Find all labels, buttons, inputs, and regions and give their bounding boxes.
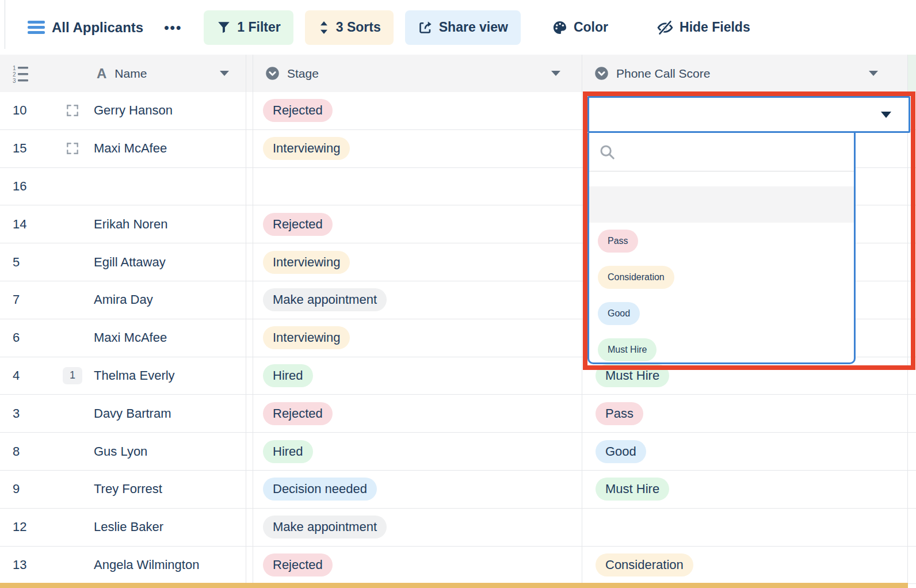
phone-score-cell[interactable]: Consideration (582, 547, 908, 584)
name-cell[interactable] (87, 168, 246, 205)
name-cell[interactable]: Angela Wilmington (87, 547, 246, 584)
phone-score-cell-editor[interactable] (587, 96, 910, 133)
single-select-icon (265, 66, 280, 81)
select-pill: Rejected (263, 402, 333, 425)
select-pill: Must Hire (596, 364, 669, 387)
select-pill: Rejected (263, 99, 333, 122)
dropdown-option[interactable]: Must Hire (589, 331, 854, 364)
grid-view-app: All Applicants ••• 1 Filter 3 Sorts Shar… (0, 0, 916, 588)
dropdown-empty-option[interactable] (589, 186, 854, 223)
column-divider[interactable] (246, 55, 246, 584)
svg-text:3: 3 (13, 78, 16, 83)
stage-cell[interactable] (253, 168, 582, 205)
row-meta (58, 319, 87, 357)
select-dropdown: PassConsiderationGoodMust Hire (587, 133, 856, 364)
stage-cell[interactable]: Hired (253, 433, 582, 470)
phone-score-column-header[interactable]: Phone Call Score (582, 55, 908, 92)
view-title: All Applicants (52, 20, 143, 36)
stage-column-header[interactable]: Stage (253, 55, 582, 92)
select-pill: Make appointment (263, 516, 387, 539)
select-pill: Pass (598, 230, 638, 253)
text-field-icon: A (97, 66, 106, 82)
row-meta[interactable]: 1 (58, 357, 87, 395)
select-pill: Rejected (263, 213, 333, 236)
select-pill: Hired (263, 440, 313, 463)
stage-cell[interactable]: Rejected (253, 205, 582, 243)
view-more-menu[interactable]: ••• (164, 20, 182, 36)
phone-score-cell[interactable] (582, 509, 908, 546)
toolbar: All Applicants ••• 1 Filter 3 Sorts Shar… (0, 0, 916, 56)
phone-score-cell[interactable]: Good (582, 433, 908, 470)
stage-cell[interactable]: Decision needed (253, 471, 582, 508)
horizontal-scrollbar[interactable] (0, 583, 908, 588)
name-cell[interactable]: Maxi McAfee (87, 319, 246, 357)
chevron-down-icon[interactable] (881, 112, 891, 118)
phone-score-cell[interactable]: Must Hire (582, 471, 908, 508)
stage-cell[interactable]: Hired (253, 357, 582, 395)
row-meta (58, 168, 87, 205)
single-select-icon (594, 66, 609, 81)
name-cell[interactable]: Amira Day (87, 281, 246, 319)
name-cell[interactable]: Maxi McAfee (87, 130, 246, 167)
name-cell[interactable]: Trey Forrest (87, 471, 246, 508)
stage-cell[interactable]: Rejected (253, 547, 582, 584)
stage-cell[interactable]: Rejected (253, 92, 582, 129)
stage-cell[interactable]: Interviewing (253, 130, 582, 167)
stage-cell[interactable]: Interviewing (253, 243, 582, 281)
row-meta[interactable] (58, 130, 87, 167)
row-meta (58, 205, 87, 243)
name-column-header[interactable]: A Name (87, 55, 246, 92)
stage-column-label: Stage (287, 67, 319, 81)
row-meta[interactable] (58, 92, 87, 129)
select-pill: Decision needed (263, 478, 377, 501)
name-cell[interactable]: Egill Attaway (87, 243, 246, 281)
search-icon (598, 143, 616, 161)
select-pill: Interviewing (263, 326, 350, 349)
row-meta (58, 471, 87, 508)
svg-text:2: 2 (13, 71, 16, 78)
chevron-down-icon[interactable] (220, 71, 229, 76)
dropdown-search-input[interactable] (624, 140, 846, 164)
name-cell[interactable]: Gerry Hanson (87, 92, 246, 129)
view-switcher[interactable]: All Applicants (28, 20, 143, 36)
phone-score-column-label: Phone Call Score (616, 67, 710, 81)
name-cell[interactable]: Thelma Everly (87, 357, 246, 395)
filter-funnel-icon (216, 20, 231, 35)
share-view-button[interactable]: Share view (405, 10, 521, 45)
row-number: 16 (0, 168, 58, 205)
chevron-down-icon[interactable] (869, 71, 878, 76)
phone-score-cell[interactable]: Pass (582, 395, 908, 432)
stage-cell[interactable]: Interviewing (253, 319, 582, 357)
next-column-sliver (907, 55, 916, 92)
name-cell[interactable]: Leslie Baker (87, 509, 246, 546)
expand-record-icon (66, 104, 79, 117)
stage-cell[interactable]: Make appointment (253, 281, 582, 319)
select-pill: Pass (596, 402, 643, 425)
comment-count-badge[interactable]: 1 (63, 367, 82, 384)
row-number: 12 (0, 509, 58, 546)
hide-fields-button[interactable]: Hide Fields (644, 10, 763, 45)
name-cell[interactable]: Gus Lyon (87, 433, 246, 470)
select-pill: Must Hire (598, 338, 657, 361)
frozen-column-divider[interactable] (253, 55, 253, 584)
row-number: 14 (0, 205, 58, 243)
select-pill: Make appointment (263, 288, 387, 311)
stage-cell[interactable]: Rejected (253, 395, 582, 432)
color-button[interactable]: Color (539, 10, 621, 45)
color-palette-icon (552, 20, 568, 36)
row-number-header[interactable]: 123 (0, 55, 87, 92)
row-number: 13 (0, 547, 58, 584)
chevron-down-icon[interactable] (551, 71, 560, 76)
column-divider[interactable] (582, 55, 582, 584)
stage-cell[interactable]: Make appointment (253, 509, 582, 546)
sorts-button[interactable]: 3 Sorts (305, 10, 394, 45)
column-divider[interactable] (907, 55, 908, 584)
dropdown-option[interactable]: Consideration (589, 259, 854, 295)
dropdown-option[interactable]: Pass (589, 223, 854, 259)
name-cell[interactable]: Davy Bartram (87, 395, 246, 432)
name-cell[interactable]: Erikah Noren (87, 205, 246, 243)
select-pill: Hired (263, 364, 313, 387)
filter-button[interactable]: 1 Filter (204, 10, 293, 45)
dropdown-option[interactable]: Good (589, 295, 854, 331)
row-number: 15 (0, 130, 58, 167)
